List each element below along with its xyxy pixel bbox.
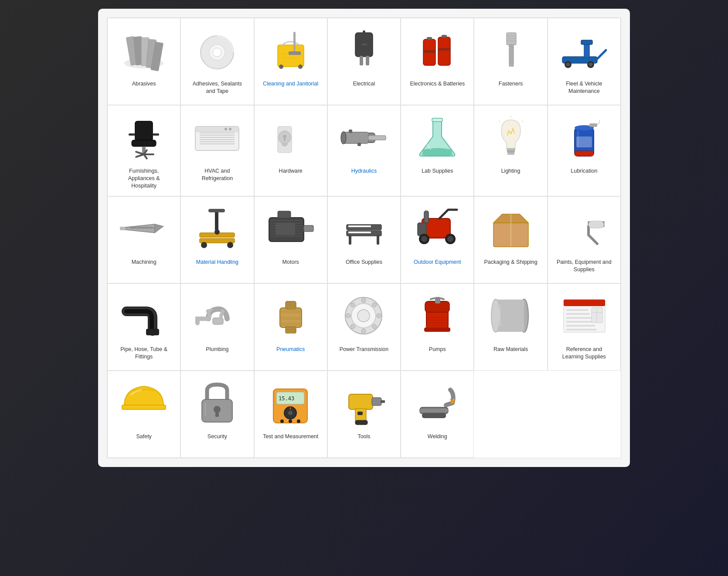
svg-rect-24 bbox=[438, 48, 450, 51]
catalog-item-security[interactable]: Security bbox=[180, 371, 254, 458]
svg-point-44 bbox=[566, 63, 570, 66]
motors-label: Motors bbox=[282, 259, 299, 266]
tools-icon bbox=[340, 379, 388, 427]
svg-rect-162 bbox=[424, 327, 450, 332]
svg-rect-89 bbox=[120, 227, 125, 230]
catalog-item-test[interactable]: 15.43 Test and Measurement bbox=[254, 371, 327, 458]
fleet-icon bbox=[560, 26, 608, 74]
svg-rect-111 bbox=[348, 225, 371, 227]
svg-rect-138 bbox=[280, 322, 302, 326]
office-label: Office Supplies bbox=[346, 259, 382, 266]
catalog-item-pneumatics[interactable]: Pneumatics bbox=[254, 283, 327, 371]
svg-point-151 bbox=[377, 314, 381, 318]
svg-rect-197 bbox=[381, 400, 385, 403]
catalog-item-paints[interactable]: Paints, Equipment and Supplies bbox=[548, 196, 621, 283]
material-handling-icon bbox=[193, 204, 241, 252]
packaging-icon bbox=[487, 204, 535, 252]
hydraulics-label: Hydraulics bbox=[351, 167, 377, 175]
svg-point-192 bbox=[280, 419, 284, 423]
svg-point-15 bbox=[298, 65, 303, 69]
catalog-item-plumbing[interactable]: Plumbing bbox=[180, 283, 254, 371]
furnishings-label: Furnishings, Appliances & Hospitality bbox=[116, 167, 172, 190]
catalog-item-welding[interactable]: Welding bbox=[401, 371, 474, 458]
welding-label: Welding bbox=[428, 433, 447, 440]
svg-rect-198 bbox=[357, 412, 363, 415]
svg-rect-76 bbox=[357, 143, 361, 146]
catalog-item-fleet[interactable]: Fleet & Vehicle Maintenance bbox=[548, 18, 621, 105]
catalog-item-machining[interactable]: Machining bbox=[107, 196, 180, 283]
svg-rect-47 bbox=[129, 133, 135, 136]
svg-point-155 bbox=[346, 314, 350, 318]
catalog-container: Abrasives Adhesives, Sealants and Tape C… bbox=[98, 9, 630, 467]
catalog-item-reference[interactable]: Reference and Learning Supplies bbox=[548, 283, 621, 371]
catalog-item-office[interactable]: Office Supplies bbox=[327, 196, 401, 283]
svg-rect-199 bbox=[355, 420, 367, 425]
svg-rect-49 bbox=[132, 140, 156, 147]
catalog-item-outdoor[interactable]: Outdoor Equipment bbox=[401, 196, 474, 283]
catalog-item-material-handling[interactable]: Material Handling bbox=[180, 196, 254, 283]
power-transmission-icon bbox=[340, 292, 388, 340]
catalog-item-pipe[interactable]: Pipe, Hose, Tube & Fittings bbox=[107, 283, 180, 371]
test-icon: 15.43 bbox=[267, 379, 315, 427]
svg-line-41 bbox=[597, 50, 606, 59]
svg-point-157 bbox=[361, 298, 366, 303]
safety-label: Safety bbox=[136, 433, 151, 440]
svg-rect-110 bbox=[348, 232, 371, 233]
paints-icon bbox=[560, 204, 608, 252]
cleaning-label: Cleaning and Janitorial bbox=[263, 80, 318, 88]
catalog-item-electronics[interactable]: Electronics & Batteries bbox=[401, 18, 474, 105]
svg-point-152 bbox=[372, 324, 377, 328]
outdoor-icon bbox=[413, 204, 461, 252]
test-label: Test and Measurement bbox=[263, 433, 318, 440]
catalog-item-lighting[interactable]: Lighting bbox=[474, 105, 547, 196]
svg-point-65 bbox=[225, 128, 227, 130]
hydraulics-icon bbox=[340, 113, 388, 161]
catalog-item-tools[interactable]: Tools bbox=[327, 371, 401, 458]
svg-rect-21 bbox=[442, 35, 447, 37]
svg-point-118 bbox=[421, 236, 427, 242]
svg-rect-107 bbox=[278, 211, 291, 218]
catalog-item-packaging[interactable]: Packaging & Shipping bbox=[474, 196, 547, 283]
pipe-label: Pipe, Hose, Tube & Fittings bbox=[116, 346, 172, 361]
svg-rect-79 bbox=[507, 150, 515, 153]
catalog-item-lab[interactable]: Lab Supplies bbox=[401, 105, 474, 196]
catalog-item-abrasives[interactable]: Abrasives bbox=[107, 18, 180, 105]
svg-rect-176 bbox=[566, 321, 593, 323]
svg-point-193 bbox=[289, 419, 292, 423]
svg-rect-25 bbox=[423, 50, 435, 53]
catalog-item-adhesives[interactable]: Adhesives, Sealants and Tape bbox=[180, 18, 254, 105]
catalog-item-motors[interactable]: Motors bbox=[254, 196, 327, 283]
catalog-item-hvac[interactable]: HVAC and Refrigeration bbox=[180, 105, 254, 196]
office-icon bbox=[340, 204, 388, 252]
pumps-label: Pumps bbox=[429, 346, 446, 353]
catalog-item-cleaning[interactable]: Cleaning and Janitorial bbox=[254, 18, 327, 105]
pneumatics-icon bbox=[267, 292, 315, 340]
abrasives-label: Abrasives bbox=[132, 80, 156, 88]
svg-rect-178 bbox=[566, 329, 597, 331]
machining-label: Machining bbox=[132, 259, 156, 266]
catalog-item-raw-materials[interactable]: Raw Materials bbox=[474, 283, 547, 371]
svg-rect-196 bbox=[372, 398, 381, 406]
catalog-item-electrical[interactable]: Electrical bbox=[327, 18, 401, 105]
safety-icon bbox=[120, 379, 168, 427]
catalog-item-hardware[interactable]: Hardware bbox=[254, 105, 327, 196]
catalog-item-lubrication[interactable]: Lubrication bbox=[548, 105, 621, 196]
catalog-item-power-transmission[interactable]: Power Transmission bbox=[327, 283, 401, 371]
catalog-item-hydraulics[interactable]: Hydraulics bbox=[327, 105, 401, 196]
svg-rect-91 bbox=[208, 209, 225, 212]
catalog-item-safety[interactable]: Safety bbox=[107, 371, 180, 458]
svg-rect-80 bbox=[507, 153, 514, 155]
fleet-label: Fleet & Vehicle Maintenance bbox=[556, 80, 612, 95]
svg-rect-40 bbox=[581, 40, 592, 44]
plumbing-label: Plumbing bbox=[206, 346, 228, 353]
svg-rect-112 bbox=[349, 235, 351, 245]
catalog-item-pumps[interactable]: Pumps bbox=[401, 283, 474, 371]
lab-label: Lab Supplies bbox=[422, 167, 453, 175]
svg-point-94 bbox=[201, 242, 207, 248]
svg-rect-136 bbox=[280, 310, 302, 314]
svg-rect-88 bbox=[575, 151, 594, 156]
catalog-item-furnishings[interactable]: Furnishings, Appliances & Hospitality bbox=[107, 105, 180, 196]
catalog-item-fasteners[interactable]: Fasteners bbox=[474, 18, 547, 105]
abrasives-icon bbox=[120, 26, 168, 74]
hardware-label: Hardware bbox=[279, 167, 303, 175]
